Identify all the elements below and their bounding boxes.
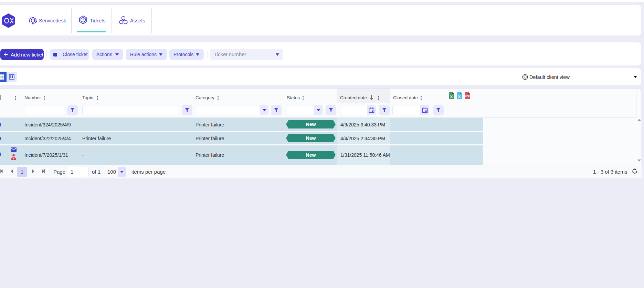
svg-text:x: x	[458, 94, 461, 99]
svg-text:PDF: PDF	[465, 95, 470, 97]
svg-text:x: x	[450, 94, 453, 99]
